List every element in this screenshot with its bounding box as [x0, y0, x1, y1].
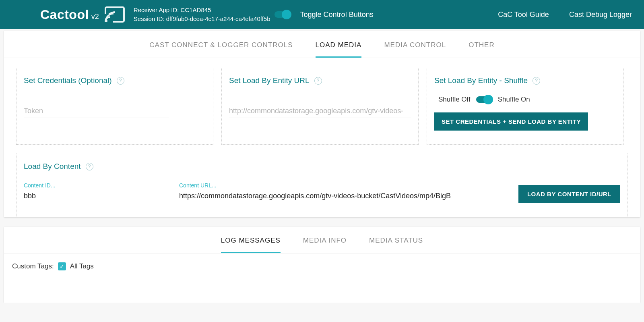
- tab-cast-connect[interactable]: CAST CONNECT & LOGGER CONTROLS: [149, 35, 293, 58]
- send-load-by-entity-button[interactable]: SET CREDENTIALS + SEND LOAD BY ENTITY: [434, 112, 588, 131]
- card-load-by-content: Load By Content ? Content ID... Content …: [16, 153, 628, 217]
- session-info: Receiver App ID: CC1AD845 Session ID: df…: [134, 6, 270, 23]
- card-entity-shuffle: Set Load By Entity - Shuffle ? Shuffle O…: [427, 67, 624, 145]
- all-tags-checkbox[interactable]: ✓: [58, 262, 66, 270]
- shuffle-switch[interactable]: [476, 96, 492, 103]
- log-tabs: LOG MESSAGES MEDIA INFO MEDIA STATUS: [4, 227, 640, 253]
- card-title-entity-shuffle: Set Load By Entity - Shuffle: [434, 76, 528, 85]
- content-id-input[interactable]: [24, 189, 169, 203]
- help-icon[interactable]: ?: [314, 77, 322, 85]
- link-cast-debug-logger[interactable]: Cast Debug Logger: [569, 10, 632, 19]
- tab-log-messages[interactable]: LOG MESSAGES: [221, 230, 281, 253]
- app-header: Cactool v2 Receiver App ID: CC1AD845 Ses…: [0, 0, 644, 29]
- custom-tags-label: Custom Tags:: [12, 262, 54, 270]
- content-url-label: Content URL...: [179, 182, 508, 189]
- tab-media-control[interactable]: MEDIA CONTROL: [384, 35, 446, 58]
- tab-media-info[interactable]: MEDIA INFO: [303, 230, 347, 253]
- card-title-credentials: Set Credentials (Optional): [24, 76, 112, 85]
- shuffle-off-label: Shuffle Off: [438, 96, 471, 104]
- load-by-content-button[interactable]: LOAD BY CONTENT ID/URL: [518, 185, 620, 203]
- brand-version: v2: [91, 12, 99, 21]
- all-tags-label: All Tags: [70, 262, 94, 270]
- shuffle-on-label: Shuffle On: [498, 96, 530, 104]
- log-panel: LOG MESSAGES MEDIA INFO MEDIA STATUS Cus…: [4, 227, 640, 303]
- cast-icon[interactable]: [105, 6, 125, 23]
- content-url-input[interactable]: [179, 189, 473, 203]
- card-title-load-content: Load By Content: [24, 162, 81, 171]
- help-icon[interactable]: ?: [117, 77, 124, 85]
- toggle-control-switch[interactable]: [275, 11, 291, 18]
- brand-name: Cactool: [40, 7, 89, 22]
- svg-point-3: [105, 20, 107, 22]
- tab-load-media[interactable]: LOAD MEDIA: [316, 35, 362, 58]
- credentials-token-input[interactable]: [24, 104, 169, 118]
- help-icon[interactable]: ?: [86, 163, 93, 170]
- custom-tags-row: Custom Tags: ✓ All Tags: [4, 253, 640, 270]
- toggle-control-buttons: Toggle Control Buttons: [275, 10, 374, 19]
- card-entity-url: Set Load By Entity URL ?: [221, 67, 419, 145]
- card-title-entity-url: Set Load By Entity URL: [229, 76, 310, 85]
- card-set-credentials: Set Credentials (Optional) ?: [16, 67, 213, 145]
- main-tabs: CAST CONNECT & LOGGER CONTROLS LOAD MEDI…: [4, 31, 640, 58]
- tab-other[interactable]: OTHER: [469, 35, 495, 58]
- help-icon[interactable]: ?: [533, 77, 540, 85]
- receiver-id-label: Receiver App ID:: [134, 6, 179, 13]
- main-panel: CAST CONNECT & LOGGER CONTROLS LOAD MEDI…: [4, 31, 640, 217]
- session-id-label: Session ID:: [134, 15, 165, 22]
- brand: Cactool v2: [40, 7, 99, 22]
- receiver-id-value: CC1AD845: [181, 6, 211, 13]
- session-id-value: dff9fab0-dcea-4c17-a244-ca4efa40ff5b: [166, 15, 270, 22]
- entity-url-input[interactable]: [229, 104, 411, 118]
- link-cac-tool-guide[interactable]: CaC Tool Guide: [498, 10, 549, 19]
- toggle-control-label: Toggle Control Buttons: [300, 10, 374, 19]
- tab-media-status[interactable]: MEDIA STATUS: [369, 230, 423, 253]
- content-id-label: Content ID...: [24, 182, 169, 189]
